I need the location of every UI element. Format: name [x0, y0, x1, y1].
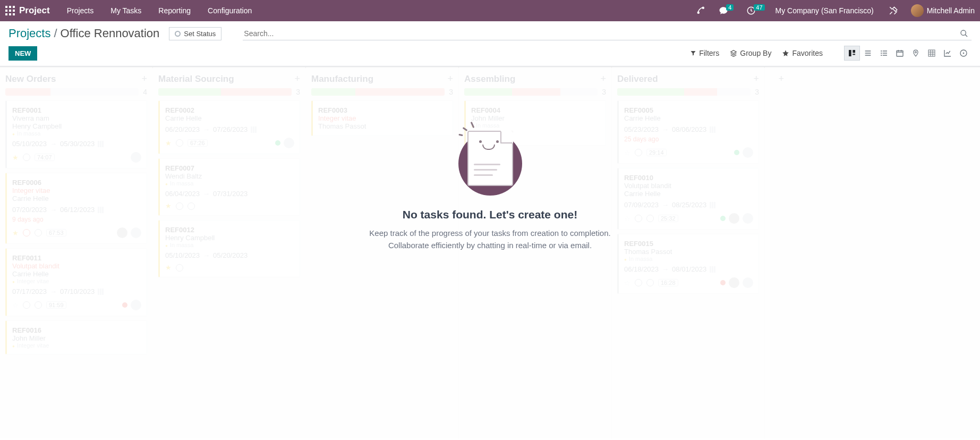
empty-illustration-icon	[456, 121, 525, 196]
funnel-icon	[690, 50, 696, 56]
star-icon	[782, 49, 789, 57]
filters-button[interactable]: Filters	[690, 49, 719, 57]
app-brand[interactable]: Project	[19, 5, 50, 16]
user-menu[interactable]: Mitchell Admin	[911, 4, 975, 17]
favorites-button[interactable]: Favorites	[782, 49, 823, 57]
svg-rect-3	[5, 10, 7, 12]
control-panel: Projects / Office Rennovation Set Status…	[0, 21, 980, 66]
svg-rect-16	[897, 50, 903, 56]
view-switcher	[844, 46, 972, 61]
view-pivot-button[interactable]	[924, 46, 940, 61]
svg-rect-2	[13, 6, 15, 8]
new-button[interactable]: NEW	[8, 46, 37, 61]
voip-icon[interactable]	[696, 6, 706, 15]
nav-configuration[interactable]: Configuration	[201, 6, 258, 15]
view-list2-button[interactable]	[876, 46, 892, 61]
search-input[interactable]	[243, 27, 957, 40]
breadcrumb-current: Office Rennovation	[61, 27, 160, 40]
search-box	[243, 27, 972, 40]
messages-icon[interactable]: 4	[719, 6, 734, 15]
svg-point-12	[961, 30, 966, 35]
group-by-button[interactable]: Group By	[730, 49, 771, 57]
user-name: Mitchell Admin	[927, 6, 975, 15]
svg-rect-15	[853, 54, 855, 55]
nav-projects[interactable]: Projects	[61, 6, 100, 15]
nav-my-tasks[interactable]: My Tasks	[104, 6, 148, 15]
filters-label: Filters	[699, 49, 719, 57]
svg-rect-18	[928, 50, 935, 56]
view-calendar-button[interactable]	[892, 46, 908, 61]
svg-rect-7	[9, 13, 11, 15]
group-by-label: Group By	[740, 49, 771, 57]
svg-rect-13	[849, 50, 851, 56]
empty-state-overlay: No tasks found. Let's create one! Keep t…	[0, 68, 980, 438]
user-avatar-icon	[911, 4, 924, 17]
view-activity-button[interactable]	[956, 46, 972, 61]
empty-subtitle: Keep track of the progress of your tasks…	[369, 227, 610, 251]
messages-badge: 4	[726, 4, 734, 11]
debug-icon[interactable]	[889, 6, 898, 15]
breadcrumb: Projects / Office Rennovation	[8, 27, 159, 40]
apps-icon[interactable]	[5, 6, 15, 15]
activities-badge: 47	[754, 4, 764, 11]
favorites-label: Favorites	[792, 49, 823, 57]
svg-point-17	[915, 52, 917, 53]
view-list-button[interactable]	[860, 46, 876, 61]
svg-rect-0	[5, 6, 7, 8]
view-kanban-button[interactable]	[844, 46, 860, 61]
empty-title: No tasks found. Let's create one!	[403, 208, 577, 221]
set-status-button[interactable]: Set Status	[169, 27, 221, 40]
svg-point-20	[963, 53, 964, 53]
breadcrumb-sep: /	[54, 27, 57, 40]
activities-icon[interactable]: 47	[746, 6, 764, 15]
status-dot-icon	[175, 31, 181, 37]
view-map-button[interactable]	[908, 46, 924, 61]
search-icon[interactable]	[957, 29, 972, 38]
filter-buttons: Filters Group By Favorites	[690, 49, 823, 57]
svg-rect-6	[5, 13, 7, 15]
set-status-label: Set Status	[184, 30, 216, 38]
company-switcher[interactable]: My Company (San Francisco)	[773, 6, 880, 15]
svg-rect-8	[13, 13, 15, 15]
main-navbar: Project Projects My Tasks Reporting Conf…	[0, 0, 980, 21]
svg-rect-14	[853, 50, 855, 53]
svg-rect-1	[9, 6, 11, 8]
svg-rect-4	[9, 10, 11, 12]
svg-rect-5	[13, 10, 15, 12]
layers-icon	[730, 49, 737, 57]
view-graph-button[interactable]	[940, 46, 956, 61]
nav-reporting[interactable]: Reporting	[152, 6, 197, 15]
breadcrumb-projects[interactable]: Projects	[8, 27, 50, 40]
